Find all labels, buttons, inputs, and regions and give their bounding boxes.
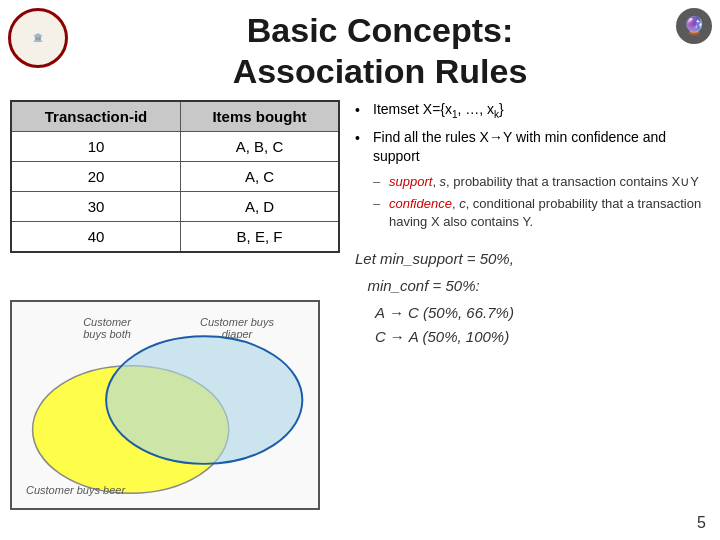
venn-diagram: Customer buys both Customer buys diaper … — [10, 300, 320, 510]
right-panel: • Itemset X={x1, …, xk} • Find all the r… — [355, 100, 710, 349]
formula-section: Let min_support = 50%, min_conf = 50%: A… — [355, 246, 710, 349]
sub-dash-1: – — [373, 173, 389, 191]
cell-items: B, E, F — [181, 222, 339, 253]
logo: 🏛️ — [8, 8, 78, 78]
table-row: 40 B, E, F — [11, 222, 339, 253]
sub-bullet-support: – support, s, probability that a transac… — [373, 173, 710, 191]
bullet-text-1: Itemset X={x1, …, xk} — [373, 100, 710, 122]
arrow-icon-2: → — [390, 325, 405, 349]
sub-dash-2: – — [373, 195, 389, 213]
bullet-itemset: • Itemset X={x1, …, xk} — [355, 100, 710, 122]
cell-transaction-id: 20 — [11, 162, 181, 192]
table-row: 30 A, D — [11, 192, 339, 222]
cell-items: A, B, C — [181, 132, 339, 162]
formula-intro1: Let min_support = 50%, — [355, 246, 710, 272]
cell-transaction-id: 10 — [11, 132, 181, 162]
page-number: 5 — [697, 514, 706, 532]
formula-row-1: A → C (50%, 66.7%) — [355, 301, 710, 325]
sub-bullet-confidence: – confidence, c, conditional probability… — [373, 195, 710, 231]
transaction-table: Transaction-id Items bought 10 A, B, C 2… — [10, 100, 340, 253]
col-header-items-bought: Items bought — [181, 101, 339, 132]
cell-items: A, D — [181, 192, 339, 222]
table-row: 10 A, B, C — [11, 132, 339, 162]
cell-transaction-id: 30 — [11, 192, 181, 222]
table-row: 20 A, C — [11, 162, 339, 192]
left-panel: Transaction-id Items bought 10 A, B, C 2… — [10, 100, 340, 253]
venn-label-both: Customer buys both — [72, 316, 142, 340]
sub-bullets: – support, s, probability that a transac… — [355, 173, 710, 232]
sub-text-support: support, s, probability that a transacti… — [389, 173, 710, 191]
cell-transaction-id: 40 — [11, 222, 181, 253]
bullet-rules: • Find all the rules X→Y with min confid… — [355, 128, 710, 167]
sub-text-confidence: confidence, c, conditional probability t… — [389, 195, 710, 231]
bullet-dot-1: • — [355, 101, 373, 121]
bullet-dot-2: • — [355, 129, 373, 149]
formula-row-2: C → A (50%, 100%) — [355, 325, 710, 349]
svg-point-1 — [106, 336, 302, 464]
venn-label-beer: Customer buys beer — [26, 484, 125, 496]
decorative-icon — [676, 8, 712, 44]
title-line1: Basic Concepts: — [247, 11, 513, 49]
arrow-icon-1: → — [389, 301, 404, 325]
bullet-text-2: Find all the rules X→Y with min confiden… — [373, 128, 710, 167]
cell-items: A, C — [181, 162, 339, 192]
venn-label-diaper: Customer buys diaper — [197, 316, 277, 340]
slide-title: Basic Concepts: Association Rules — [90, 10, 670, 92]
formula-intro2: min_conf = 50%: — [355, 273, 710, 299]
title-line2: Association Rules — [233, 52, 528, 90]
col-header-transaction-id: Transaction-id — [11, 101, 181, 132]
